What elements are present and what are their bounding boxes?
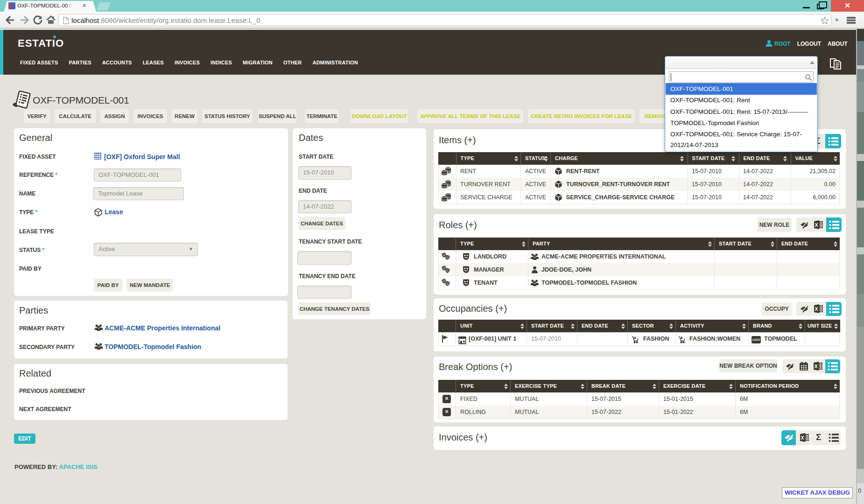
svg-text:X: X: [815, 222, 818, 228]
svg-text:X: X: [815, 364, 818, 369]
svg-text:X: X: [815, 306, 818, 312]
svg-text:X: X: [801, 435, 804, 441]
